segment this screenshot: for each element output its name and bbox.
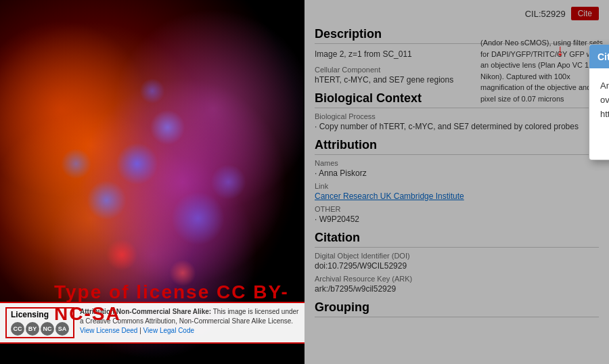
by-icon: BY [26, 322, 39, 336]
main-container: Image Data Download Options... Open Deta… [0, 0, 609, 364]
image-panel: Image Data Download Options... Open Deta… [0, 0, 304, 364]
nc-icon: NC [41, 322, 54, 336]
view-deed-link[interactable]: View License Deed [80, 327, 137, 334]
cc-icon: CC [11, 322, 24, 336]
license-type-overlay: Type of license CC BY-NC-SA [54, 281, 304, 325]
legal-code-link[interactable]: View Legal Code [143, 327, 194, 334]
modal-body: Anna Piskorz (2020) CIL:52929, Homo sapi… [589, 68, 609, 132]
modal-title: Citation Information [597, 51, 609, 62]
modal-footer: Close [589, 132, 609, 160]
arrow-down-icon: ↓ [556, 41, 564, 60]
modal-header: Citation Information ✕ [589, 45, 609, 68]
license-type-text: Type of license CC BY-NC-SA [54, 281, 289, 324]
right-panel[interactable]: attribution CIL:52929 Cite ↓ Description… [304, 0, 609, 364]
citation-modal: Citation Information ✕ Anna Piskorz (202… [589, 44, 609, 160]
